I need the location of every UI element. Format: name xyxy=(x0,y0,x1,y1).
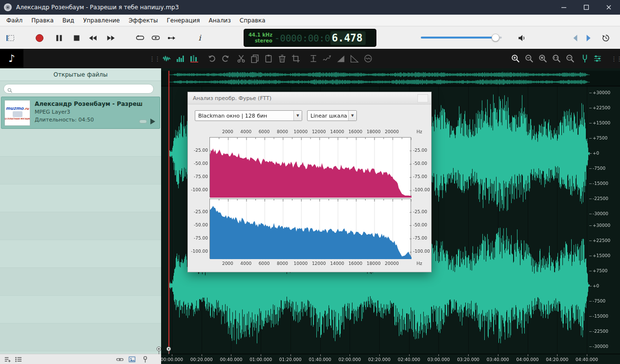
spectral-view-icon[interactable] xyxy=(189,54,199,63)
freq-tick-label: 8000 xyxy=(272,261,292,266)
timeline-tick xyxy=(468,354,469,356)
sidebar-empty-row xyxy=(0,268,161,296)
fft-plot-left xyxy=(209,137,411,197)
fade-out-icon[interactable] xyxy=(350,54,359,63)
selection-tool-icon[interactable] xyxy=(5,33,16,43)
nav-back-icon[interactable] xyxy=(570,33,581,43)
info-icon[interactable]: i xyxy=(194,33,205,43)
paste-icon[interactable] xyxy=(264,54,273,63)
toolbar-drag-handle-right[interactable]: ⋮⋮ xyxy=(611,54,620,63)
crop-icon[interactable] xyxy=(291,54,301,63)
playhead-cursor[interactable] xyxy=(168,71,169,354)
zoom-in-icon[interactable] xyxy=(511,54,520,63)
scale-label: +15000 xyxy=(593,121,610,125)
bars-view-icon[interactable] xyxy=(176,54,186,63)
normalize-icon[interactable] xyxy=(309,54,318,63)
zoom-fit-icon[interactable] xyxy=(552,54,561,63)
fft-scale-combo[interactable]: Linear шкала ▼ xyxy=(307,110,357,121)
menu-item-3[interactable]: Управление xyxy=(79,16,124,25)
close-button[interactable] xyxy=(598,0,620,15)
nav-forward-icon[interactable] xyxy=(583,33,594,43)
file-title: Александр Розенбаум - Разреши я т... xyxy=(35,101,142,107)
fft-dialog-titlebar[interactable]: Анализ преобр. Фурье (FTT) xyxy=(188,92,431,104)
toolbar-drag-handle[interactable]: ⋮⋮ xyxy=(149,54,159,63)
search-box[interactable] xyxy=(3,84,154,94)
scale-label: -15000 xyxy=(593,181,608,186)
fade-in-icon[interactable] xyxy=(336,54,346,63)
copy-icon[interactable] xyxy=(250,54,260,63)
sidebar-empty-row xyxy=(0,324,161,351)
timeline-ruler[interactable]: 00:00.00000:20.00000:40.00001:00.00001:2… xyxy=(161,354,620,364)
zoom-out-icon[interactable] xyxy=(524,54,534,63)
freq-tick-label: 12000 xyxy=(309,261,329,266)
menu-item-4[interactable]: Эффекты xyxy=(124,16,162,25)
time-digits-bright: 6.478 xyxy=(331,31,365,45)
undo-icon[interactable] xyxy=(207,54,217,63)
speaker-icon[interactable] xyxy=(517,33,527,43)
freq-tick-label: 2000 xyxy=(218,261,237,266)
music-note-icon[interactable]: ♪ xyxy=(0,49,23,68)
playlist-view-icon[interactable] xyxy=(15,356,22,364)
scale-tick xyxy=(589,346,592,347)
freq-tick-label: 18000 xyxy=(364,129,383,134)
db-tick-label-right: -25.00 xyxy=(413,148,427,153)
menu-item-6[interactable]: Анализ xyxy=(205,16,235,25)
delete-icon[interactable] xyxy=(277,54,287,63)
menu-item-5[interactable]: Генерация xyxy=(162,16,204,25)
snapshot-icon[interactable] xyxy=(128,356,136,364)
timeline-tick xyxy=(261,354,261,356)
loudness-icon[interactable] xyxy=(363,54,373,63)
time-display[interactable]: 44.1 kHz stereo -0000:00:0 6.478 xyxy=(244,29,376,47)
link-channels-icon[interactable] xyxy=(116,356,124,364)
file-duration: Длительность: 04:50 xyxy=(35,117,142,123)
search-input[interactable] xyxy=(15,85,153,93)
menu-item-2[interactable]: Вид xyxy=(58,16,79,25)
file-list-item[interactable]: muzmo.ru БЕСПЛАТНАЯ МУЗЫКА Александр Роз… xyxy=(1,97,160,129)
timeline-label: 03:40.000 xyxy=(484,357,512,362)
status-bar xyxy=(0,354,161,364)
selection-marker-end[interactable] xyxy=(165,346,172,354)
scale-tick xyxy=(589,271,592,271)
cut-icon[interactable] xyxy=(236,54,246,63)
pause-button[interactable] xyxy=(54,33,64,43)
scale-tick xyxy=(589,286,592,286)
menu-item-1[interactable]: Правка xyxy=(27,16,58,25)
volume-thumb[interactable] xyxy=(492,34,499,41)
zoom-100-icon[interactable] xyxy=(565,54,575,63)
minimize-button[interactable] xyxy=(553,0,575,15)
pin-marker-icon[interactable] xyxy=(142,356,149,364)
playlist-add-icon[interactable] xyxy=(4,356,12,364)
equalizer-icon[interactable] xyxy=(593,54,602,63)
tuning-fork-icon[interactable] xyxy=(580,54,590,63)
scale-label: +30000 xyxy=(593,90,610,95)
fast-forward-button[interactable] xyxy=(105,33,116,43)
record-button[interactable] xyxy=(34,33,45,43)
volume-slider[interactable] xyxy=(421,34,502,41)
db-tick-label-right: -100.00 xyxy=(413,187,430,192)
loop-section-icon[interactable] xyxy=(150,33,161,43)
stop-button[interactable] xyxy=(71,33,82,43)
redo-icon[interactable] xyxy=(221,54,230,63)
fft-dialog-button[interactable] xyxy=(417,94,428,102)
loop-icon[interactable] xyxy=(135,33,145,43)
selection-marker-start[interactable] xyxy=(156,346,162,354)
overview-waveform[interactable] xyxy=(161,71,620,86)
waveform-view-icon[interactable] xyxy=(162,54,172,63)
scale-label: +0 xyxy=(593,283,599,288)
zoom-selection-icon[interactable] xyxy=(538,54,548,63)
gain-envelope-icon[interactable] xyxy=(322,54,332,63)
maximize-button[interactable] xyxy=(575,0,598,15)
menu-item-7[interactable]: Справка xyxy=(235,16,270,25)
freq-tick-label: 10000 xyxy=(291,129,310,134)
db-tick-label-left: -75.00 xyxy=(191,174,208,179)
fft-dialog[interactable]: Анализ преобр. Фурье (FTT) Blackman окно… xyxy=(187,92,432,272)
timeline-label: 03:00.000 xyxy=(425,357,452,362)
fft-dialog-title: Анализ преобр. Фурье (FTT) xyxy=(193,95,271,101)
menu-item-0[interactable]: Файл xyxy=(2,16,27,25)
file-play-icon[interactable] xyxy=(150,118,156,124)
play-from-marker-icon[interactable] xyxy=(166,33,177,43)
rewind-button[interactable] xyxy=(88,33,99,43)
history-icon[interactable] xyxy=(600,33,611,43)
fft-window-combo[interactable]: Blackman окно | 128 бин ▼ xyxy=(195,110,302,121)
freq-tick-label: 16000 xyxy=(346,261,365,266)
